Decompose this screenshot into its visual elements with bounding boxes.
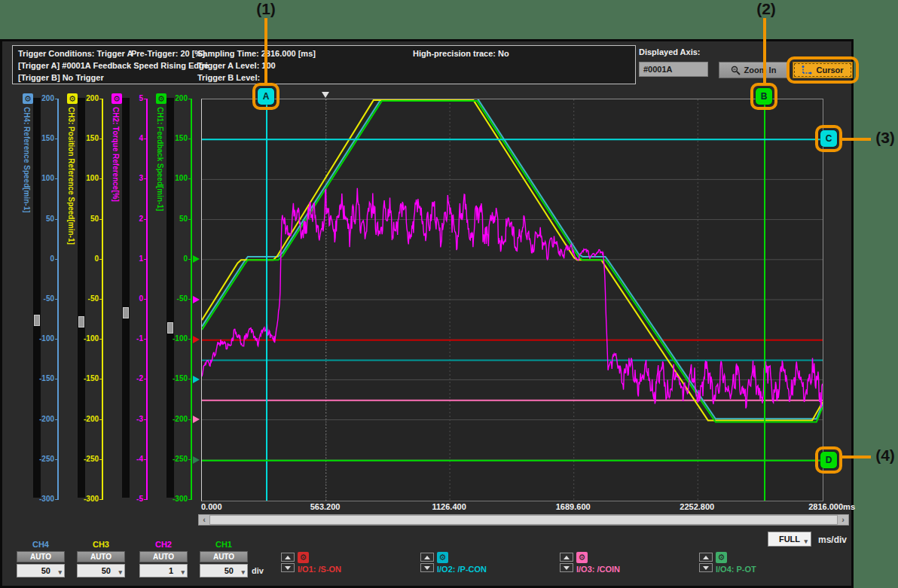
ch4-scale-dropdown[interactable]: 50▾ [17,564,65,577]
div-unit-label: div [252,566,264,575]
sampling-time-text: Sampling Time: 2816.000 [ms] [197,49,316,58]
ch1-tick-label: 150 [171,134,188,143]
ch3-settings-gear-icon[interactable]: ⚙ [67,93,78,104]
ch4-tick-label: 150 [38,134,54,143]
ch4-name-label: CH4 [17,540,65,549]
io2-settings-gear-icon[interactable]: ⚙ [437,552,448,563]
ch3-name-label: CH3 [77,540,125,549]
ch1-auto-button[interactable]: AUTO [200,551,248,562]
ch2-tick-label: 5 [127,94,143,103]
io3-settings-gear-icon[interactable]: ⚙ [576,552,588,563]
scroll-right-arrow[interactable]: › [838,515,848,525]
trigger-conditions-text: Trigger Conditions: Trigger A [18,49,133,58]
trace-plot-canvas [202,99,823,501]
time-tick-label: 0.000 [201,502,222,511]
ch1-axis-label: CH1: Feedback Speed[min-1] [156,107,164,211]
ch3-axis-label: CH3: Position Reference Speed[min-1] [67,107,75,245]
horizontal-scrollbar[interactable]: ‹ › [198,514,849,526]
ch4-offset-slider-handle[interactable] [34,315,40,326]
io3-down-button[interactable] [560,563,573,572]
time-range-select[interactable]: FULL ▾ [768,532,811,547]
ch1-offset-slider-handle[interactable] [167,322,173,334]
callout-2-line [763,18,766,84]
ch4-tick-label: 100 [38,174,54,183]
scrollbar-thumb[interactable] [209,515,838,525]
scroll-left-arrow[interactable]: ‹ [199,515,209,525]
ch2-settings-gear-icon[interactable]: ⚙ [111,93,122,104]
ch1-tick-label: -250 [171,455,188,464]
ch3-tick-label: -50 [82,294,99,303]
ch2-tick-label: -1 [127,334,143,343]
ch1-settings-gear-icon[interactable]: ⚙ [156,93,166,104]
ch2-axis-line [146,99,148,500]
ch2-tick-label: -5 [127,495,143,504]
ch3-offset-slider-handle[interactable] [78,316,84,328]
callout-1-label: (1) [249,0,283,18]
io1-up-button[interactable] [281,553,295,562]
ch3-tick-label: -300 [82,495,99,504]
displayed-axis-field[interactable]: #0001A [639,62,708,77]
callout-highlight-cursor-C [815,125,842,152]
trace-zero-arrow-icon[interactable] [193,416,200,423]
io1-settings-gear-icon[interactable]: ⚙ [298,552,309,563]
ch2-tick-label: -2 [127,374,143,383]
ch2-scale-dropdown[interactable]: 1▾ [139,564,188,577]
time-range-value: FULL [779,535,800,544]
callout-4-label: (4) [869,446,898,465]
chevron-down-icon: ▾ [118,566,122,578]
ch4-tick-label: -150 [38,374,54,383]
ch2-auto-button[interactable]: AUTO [139,551,188,562]
ch4-tick-label: 200 [38,94,54,103]
ch2-trace [202,188,823,409]
ch4-tick-label: 50 [38,215,54,224]
time-tick-label: 1126.400 [415,502,483,511]
ch2-tick-label: 3 [127,174,143,183]
io4-settings-gear-icon[interactable]: ⚙ [716,552,727,563]
ch4-auto-button[interactable]: AUTO [17,551,65,562]
ch2-offset-slider-handle[interactable] [123,307,129,318]
io4-up-button[interactable] [699,553,713,562]
trigger-b-text: [Trigger B] No Trigger [18,73,104,82]
chevron-down-icon: ▾ [241,566,245,578]
zoom-in-icon [731,66,741,75]
callout-4-line [842,455,871,459]
trace-zero-arrow-icon[interactable] [193,376,200,383]
trace-zero-arrow-icon[interactable] [193,296,200,303]
ch1-tick-label: -150 [171,374,188,383]
callout-3-label: (3) [869,129,898,147]
chevron-down-icon: ▾ [804,535,808,548]
ch1-name-label: CH1 [200,540,248,549]
io4-signal-label: I/O4: P-OT [716,565,756,574]
time-tick-label: 2816.000ms [783,502,855,511]
zoom-in-button[interactable]: Zoom In [719,62,788,78]
ch1-scale-dropdown[interactable]: 50▾ [200,564,248,577]
ch2-tick-label: 0 [127,294,143,303]
io4-down-button[interactable] [699,563,713,572]
ch4-axis-label: CH4: Reference Speed[min-1] [23,107,31,213]
trace-window: Trigger Conditions: Trigger A Pre-Trigge… [0,0,898,588]
ch4-trace [202,99,823,419]
io2-up-button[interactable] [420,553,434,562]
io1-down-button[interactable] [281,563,295,572]
ch3-trace [202,100,823,420]
io3-up-button[interactable] [560,553,573,562]
ch3-scale-dropdown[interactable]: 50▾ [77,564,125,577]
ch1-trace [202,101,823,422]
ch3-auto-button[interactable]: AUTO [77,551,125,562]
time-tick-label: 1689.600 [539,502,607,511]
trace-zero-arrow-icon[interactable] [193,336,200,343]
ch1-tick-label: -200 [171,415,188,424]
ch3-tick-label: -250 [82,455,99,464]
io2-down-button[interactable] [420,563,434,572]
ch2-axis-label: CH2: Torque Reference[%] [111,107,120,202]
ch4-settings-gear-icon[interactable]: ⚙ [23,93,33,104]
ch3-tick-label: 200 [82,94,99,103]
ch1-tick-label: -50 [171,294,188,303]
trigger-position-marker [322,92,329,98]
trace-zero-arrow-icon[interactable] [193,255,200,263]
ch2-name-label: CH2 [139,540,188,549]
ch4-tick-label: -250 [38,455,54,464]
trace-zero-arrow-icon[interactable] [193,456,200,464]
ch3-tick-label: 100 [82,174,99,183]
ch1-tick-label: -300 [171,495,188,504]
